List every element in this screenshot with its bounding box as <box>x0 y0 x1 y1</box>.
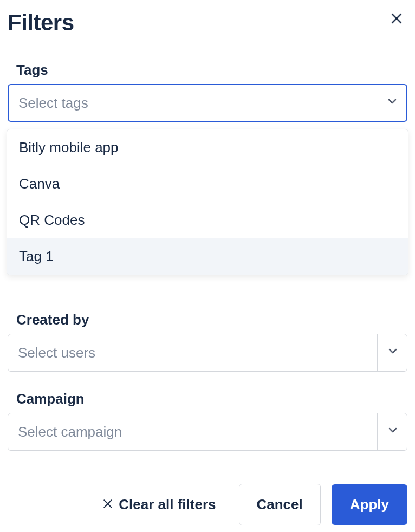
tags-option-1[interactable]: Canva <box>7 166 408 202</box>
apply-button[interactable]: Apply <box>332 484 407 525</box>
tags-option-3[interactable]: Tag 1 <box>7 238 408 275</box>
clear-filters-label: Clear all filters <box>119 496 216 513</box>
clear-filters-button[interactable]: Clear all filters <box>90 490 228 520</box>
campaign-select[interactable]: Select campaign <box>8 413 407 451</box>
tags-option-2[interactable]: QR Codes <box>7 202 408 238</box>
tags-chevron-wrap[interactable] <box>377 85 399 121</box>
campaign-field-group: Campaign Select campaign <box>8 391 407 451</box>
campaign-chevron-wrap[interactable] <box>377 413 399 450</box>
chevron-down-icon <box>386 345 399 361</box>
tags-field-group: Tags Select tags Bitly mobile app Canva … <box>8 62 407 122</box>
tags-placeholder: Select tags <box>18 95 88 112</box>
createdby-label: Created by <box>8 312 407 328</box>
chevron-down-icon <box>386 424 399 440</box>
close-icon <box>390 12 403 27</box>
createdby-field-group: Created by Select users <box>8 312 407 372</box>
page-title: Filters <box>8 10 74 36</box>
close-icon <box>102 496 113 513</box>
tags-dropdown: Bitly mobile app Canva QR Codes Tag 1 <box>7 129 408 275</box>
cancel-button[interactable]: Cancel <box>239 484 321 525</box>
campaign-label: Campaign <box>8 391 407 407</box>
tags-label: Tags <box>8 62 407 79</box>
createdby-chevron-wrap[interactable] <box>377 334 399 371</box>
createdby-select[interactable]: Select users <box>8 334 407 372</box>
campaign-placeholder: Select campaign <box>18 424 122 440</box>
close-button[interactable] <box>388 10 405 29</box>
createdby-placeholder: Select users <box>18 345 95 361</box>
tags-option-0[interactable]: Bitly mobile app <box>7 129 408 166</box>
chevron-down-icon <box>386 95 399 112</box>
tags-select[interactable]: Select tags <box>8 84 407 122</box>
